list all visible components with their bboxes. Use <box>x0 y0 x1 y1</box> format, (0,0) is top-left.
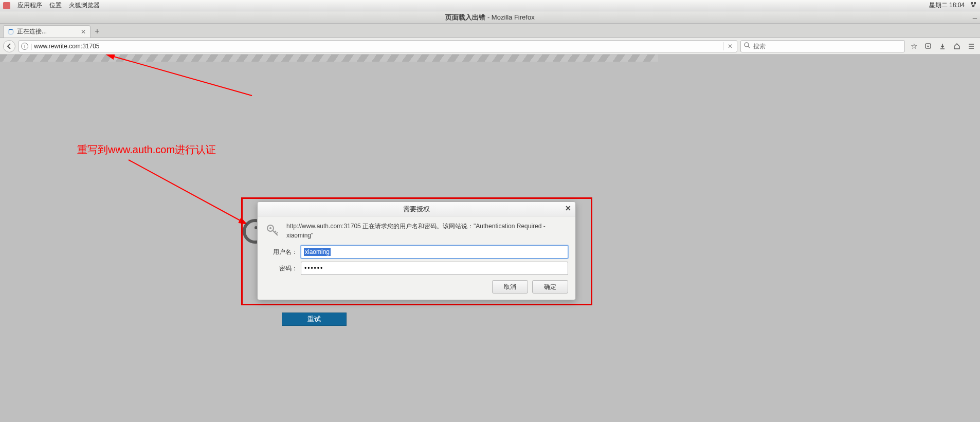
retry-button[interactable]: 重试 <box>282 313 347 326</box>
window-minimize-button[interactable]: – <box>973 11 977 23</box>
network-icon[interactable] <box>970 1 977 10</box>
annotation-text: 重写到www.auth.com进行认证 <box>77 143 216 157</box>
search-input[interactable] <box>753 43 901 50</box>
menu-places[interactable]: 位置 <box>49 1 62 10</box>
window-titlebar: 页面载入出错 - Mozilla Firefox – <box>0 11 980 24</box>
svg-rect-2 <box>972 5 974 7</box>
cancel-button[interactable]: 取消 <box>492 280 528 293</box>
username-value-selected: xiaoming <box>304 248 331 256</box>
svg-point-8 <box>269 227 271 229</box>
back-button[interactable] <box>3 40 15 52</box>
window-title-suffix: - Mozilla Firefox <box>485 13 534 21</box>
password-label: 密码： <box>265 264 298 273</box>
url-input[interactable] <box>34 43 721 50</box>
menu-applications[interactable]: 应用程序 <box>17 1 42 10</box>
key-icon <box>265 222 281 238</box>
dialog-titlebar: 需要授权 ✕ <box>258 202 575 216</box>
ok-button[interactable]: 确定 <box>532 280 568 293</box>
page-content: 重写到www.auth.com进行认证 需要授权 ✕ http://www.au… <box>0 54 980 422</box>
auth-dialog: 需要授权 ✕ http://www.auth.com:31705 正在请求您的用… <box>257 201 576 300</box>
downloads-icon[interactable] <box>937 41 948 52</box>
browser-tab[interactable]: 正在连接... ✕ <box>3 25 90 38</box>
pocket-icon[interactable] <box>922 41 934 52</box>
password-input[interactable] <box>301 262 568 275</box>
svg-rect-0 <box>971 2 973 4</box>
search-bar[interactable] <box>740 40 905 52</box>
home-icon[interactable] <box>951 41 963 52</box>
tab-label: 正在连接... <box>17 27 47 36</box>
window-title-main: 页面载入出错 <box>445 13 485 21</box>
hatch-decoration <box>0 54 658 62</box>
navigation-toolbar: i | ✕ ☆ <box>0 38 980 54</box>
menu-hamburger-icon[interactable] <box>966 41 977 52</box>
search-icon <box>744 42 750 50</box>
username-input[interactable] <box>301 245 568 259</box>
tab-close-icon[interactable]: ✕ <box>81 28 86 35</box>
svg-rect-1 <box>974 2 976 4</box>
tab-strip: 正在连接... ✕ + <box>0 24 980 38</box>
dialog-message: http://www.auth.com:31705 正在请求您的用户名和密码。该… <box>286 222 568 240</box>
username-label: 用户名： <box>265 248 298 256</box>
activities-icon <box>3 2 10 9</box>
svg-line-6 <box>129 160 247 224</box>
url-bar[interactable]: i | ✕ <box>19 40 737 52</box>
gnome-top-panel: 应用程序 位置 火狐浏览器 星期二 18:04 <box>0 0 980 11</box>
dialog-title: 需要授权 <box>403 205 430 214</box>
site-info-icon[interactable]: i <box>21 43 28 50</box>
svg-rect-4 <box>925 44 931 48</box>
clock: 星期二 18:04 <box>929 1 965 10</box>
loading-spinner-icon <box>8 29 14 35</box>
stop-reload-icon[interactable]: ✕ <box>725 43 735 50</box>
dialog-close-icon[interactable]: ✕ <box>565 204 571 212</box>
svg-point-3 <box>745 43 749 47</box>
bookmark-star-icon[interactable]: ☆ <box>908 41 919 52</box>
new-tab-button[interactable]: + <box>90 25 104 38</box>
menu-firefox[interactable]: 火狐浏览器 <box>69 1 100 10</box>
